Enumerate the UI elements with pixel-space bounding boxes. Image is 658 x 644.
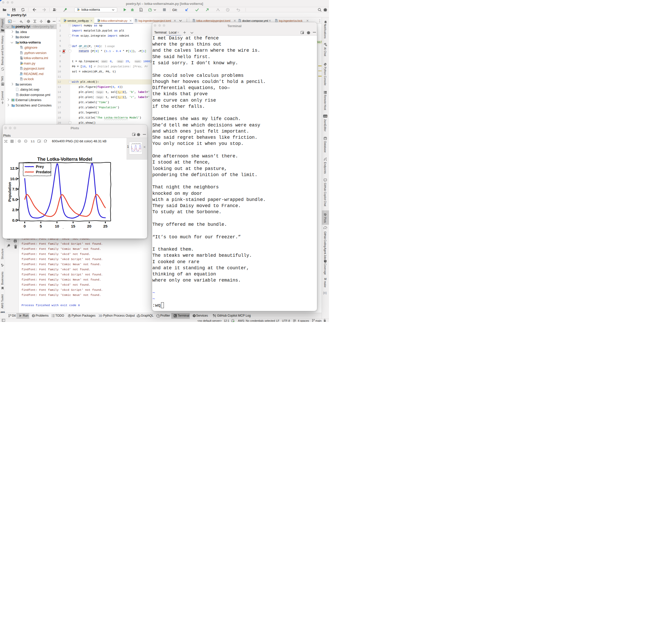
svg-text:JSON: JSON xyxy=(323,115,327,117)
svg-text:The Lotka-Volterra Model: The Lotka-Volterra Model xyxy=(132,143,140,144)
